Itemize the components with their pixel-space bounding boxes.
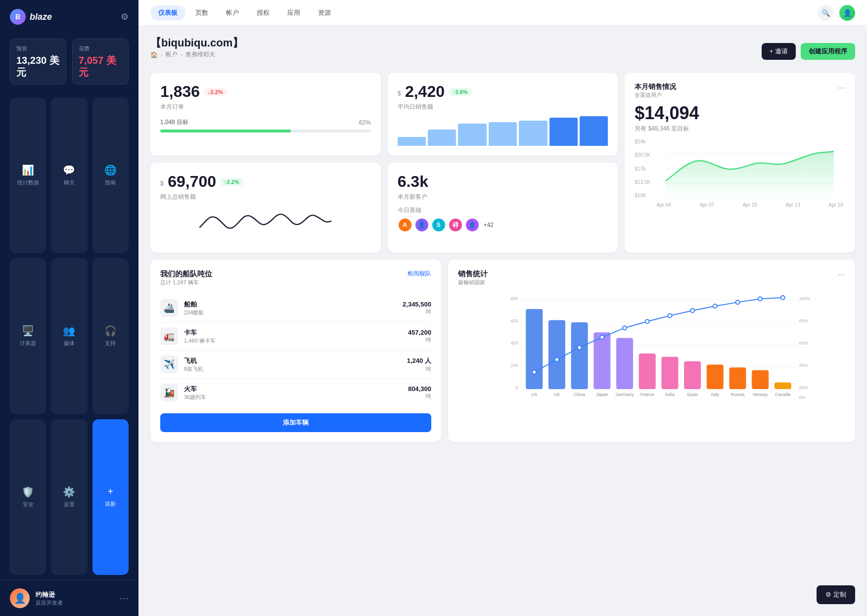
sidebar-item-chat[interactable]: 💬聊天 (51, 97, 87, 253)
expense-card: 花费 7,057 美元 (72, 39, 129, 85)
hero-label: 今日英雄 (398, 206, 608, 215)
svg-text:200: 200 (510, 363, 518, 368)
invite-button[interactable]: + 邀请 (762, 43, 796, 60)
fleet-unit: 吨 (407, 365, 431, 373)
search-button[interactable]: 🔍 (818, 5, 833, 21)
footer-info: 约翰逊 反应开发者 (36, 590, 114, 607)
wavy-chart (160, 201, 371, 241)
fleet-items: 🚢 船舶 234艘船 2,345,500 吨 🚛 卡车 1,460 辆卡车 45… (160, 294, 431, 406)
total-sales-card: $ 69,700 ↑2.2% 网上总销售额 (150, 163, 381, 253)
sidebar-item-add[interactable]: +添新 (92, 419, 129, 575)
sidebar-header: B blaze ⚙ (0, 0, 138, 34)
fleet-sub: 1,460 辆卡车 (184, 337, 402, 345)
bar-1 (398, 137, 426, 146)
fleet-item-飞机: ✈️ 飞机 8架飞机 1,240 人 吨 (160, 351, 431, 379)
add-vehicle-button[interactable]: 添加车辆 (160, 413, 431, 432)
dot-1 (555, 357, 559, 361)
sidebar-item-calculator[interactable]: 🖥️计算器 (10, 258, 46, 414)
sales-title: 本月销售情况 (635, 83, 676, 91)
top-nav-right: 🔍 👤 (818, 5, 855, 21)
svg-text:400: 400 (510, 341, 518, 346)
nav-icon-media: 👥 (63, 325, 75, 337)
total-label: 网上总销售额 (160, 193, 371, 201)
monthly-chart-wrapper: $24k $20.5K $17k $13.5K $10K (635, 139, 845, 208)
tab-resources[interactable]: 资源 (310, 5, 339, 20)
fleet-value: 2,345,500 吨 (403, 301, 431, 315)
total-sales-header: $ 69,700 ↑2.2% (160, 173, 371, 191)
fleet-icon: 🚂 (160, 384, 178, 401)
create-app-button[interactable]: 创建应用程序 (801, 43, 855, 60)
x-label-US: US (531, 392, 538, 397)
tab-accounts[interactable]: 帐户 (218, 5, 247, 20)
ss-more-btn[interactable]: ··· (838, 269, 845, 280)
bar-Italy (707, 365, 724, 390)
sidebar-item-media[interactable]: 👥媒体 (51, 258, 87, 414)
x-label-Canada: Canada (775, 392, 791, 397)
sidebar-footer: 👤 约翰逊 反应开发者 ⋯ (0, 580, 138, 616)
user-avatar: 👤 (10, 588, 30, 608)
sidebar-item-support[interactable]: 🎧支持 (92, 258, 129, 414)
user-avatar-button[interactable]: 👤 (839, 5, 855, 21)
tab-auth[interactable]: 授权 (249, 5, 277, 20)
logo-text: blaze (30, 12, 52, 22)
fleet-subtitle: 总计 1,247 辆车 (160, 279, 212, 286)
tab-apps[interactable]: 应用 (279, 5, 308, 20)
sidebar-item-settings[interactable]: ⚙️设置 (51, 419, 87, 575)
svg-text:100%: 100% (799, 296, 810, 301)
fleet-icon: 🚢 (160, 299, 178, 317)
sales-target-text: 另有 $48,346 至目标 (635, 125, 845, 133)
budget-section: 预算 13,230 美元 花费 7,057 美元 (0, 34, 138, 92)
hero-count: +42 (484, 221, 494, 228)
progress-fill (160, 130, 291, 132)
sidebar-item-analytics[interactable]: 📊统计数据 (10, 97, 46, 253)
dot-6 (668, 313, 672, 317)
sales-more-btn[interactable]: ··· (838, 83, 845, 93)
logo-area: B blaze (10, 9, 52, 25)
dot-0 (532, 370, 536, 374)
page-header: 【biqubiqu.com】 🏠 › 帐户 › 奥弗维耶夫 + 邀请 创建应用程… (150, 36, 855, 67)
fleet-item-船舶: 🚢 船舶 234艘船 2,345,500 吨 (160, 294, 431, 322)
fleet-name: 火车 (184, 385, 402, 394)
sales-stats-card: 销售统计 最畅销国家 ··· 800 600 400 200 0 (448, 260, 855, 442)
fleet-name: 飞机 (184, 356, 401, 365)
bar-France (639, 353, 656, 389)
nav-icon-calculator: 🖥️ (22, 325, 34, 337)
user-menu-icon[interactable]: ⋯ (120, 593, 129, 604)
avg-sales-card: $ 2,420 ↑2.6% 平均日销售额 (388, 73, 618, 156)
top-nav: 仪表板页数帐户授权应用资源 🔍 👤 (138, 0, 867, 26)
dot-4 (623, 326, 627, 330)
nav-icon-add: + (107, 486, 113, 497)
fleet-num: 1,240 人 (407, 356, 431, 365)
orders-card: 1,836 ↓2.2% 本月订单 1,048 目标 62% (150, 73, 381, 156)
bar-7 (580, 116, 608, 146)
main-content: 仪表板页数帐户授权应用资源 🔍 👤 【biqubiqu.com】 🏠 › 帐户 … (138, 0, 867, 616)
bar-US (526, 309, 543, 389)
sidebar-settings-icon[interactable]: ⚙ (121, 11, 129, 22)
tab-dashboard[interactable]: 仪表板 (150, 5, 185, 20)
fleet-item-info: 火车 36趟列车 (184, 385, 402, 401)
sidebar-item-security[interactable]: 🛡️安全 (10, 419, 46, 575)
fleet-title: 我们的船队吨位 (160, 269, 212, 279)
dot-9 (735, 300, 739, 304)
svg-text:0: 0 (515, 385, 518, 390)
x-label-UK: UK (554, 392, 560, 397)
dot-3 (600, 335, 604, 339)
fleet-header: 我们的船队吨位 总计 1,247 辆车 检阅舰队 (160, 269, 431, 286)
bar-5 (519, 121, 547, 146)
fleet-item-info: 飞机 8架飞机 (184, 356, 401, 373)
nav-icon-analytics: 📊 (22, 164, 34, 176)
tab-pages[interactable]: 页数 (187, 5, 216, 20)
fleet-value: 457,200 吨 (408, 329, 431, 344)
fleet-icon: 🚛 (160, 327, 178, 345)
svg-text:40%: 40% (799, 363, 808, 368)
view-fleet-button[interactable]: 检阅舰队 (408, 269, 431, 278)
breadcrumb-accounts: 帐户 (166, 50, 178, 59)
ss-title: 销售统计 (458, 269, 488, 279)
content-area: 【biqubiqu.com】 🏠 › 帐户 › 奥弗维耶夫 + 邀请 创建应用程… (138, 26, 867, 616)
hero-avatar-2: 👤 (414, 218, 429, 232)
customers-header: 6.3k (398, 173, 608, 191)
budget-label: 预算 (16, 45, 60, 52)
fleet-value: 804,300 吨 (408, 385, 431, 400)
customize-button[interactable]: ⚙ 定制 (817, 585, 855, 604)
sidebar-item-guide[interactable]: 🌐指南 (92, 97, 129, 253)
